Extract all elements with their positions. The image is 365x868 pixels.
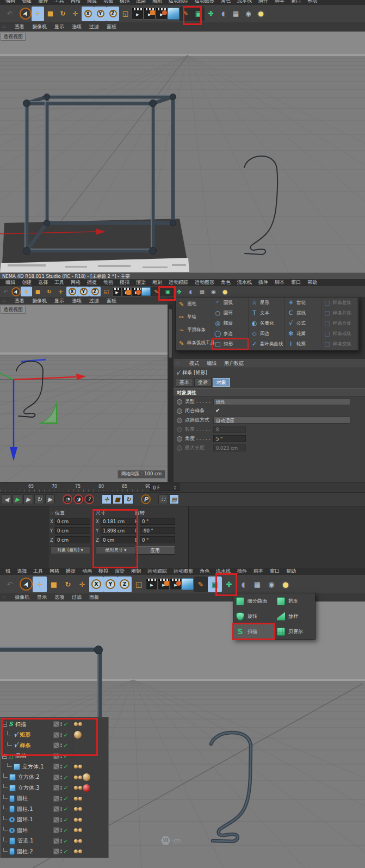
attributes-menu-item[interactable]: 模式	[185, 360, 203, 367]
tree-connector[interactable]	[7, 763, 12, 767]
size-value-field[interactable]: 0.181 cm	[101, 518, 136, 525]
material-tag[interactable]	[74, 828, 78, 832]
spline-menu-item[interactable]: ☆星形	[249, 297, 284, 308]
material-tags[interactable]	[72, 793, 108, 804]
menu-item[interactable]: 动画	[79, 568, 95, 575]
keyframe-radio-icon[interactable]	[177, 427, 182, 432]
tree-connector[interactable]	[3, 816, 8, 820]
spline-menu-item[interactable]: ◎螺旋	[212, 318, 248, 328]
spline-menu-item[interactable]: ✻花瓣	[285, 328, 321, 339]
floor-icon[interactable]: ▦	[196, 287, 208, 296]
object-manager-row[interactable]: 立方体.3 ✓	[1, 783, 108, 793]
position-value-field[interactable]: 0 cm	[55, 527, 90, 534]
current-frame-field[interactable]: ↕0 F	[150, 483, 180, 491]
viewport-menu-item[interactable]: 过滤	[85, 23, 103, 30]
menu-item[interactable]: 渲染	[133, 279, 149, 286]
viewport-menu-item[interactable]: 面板	[103, 23, 120, 30]
layer-tag-icon[interactable]	[53, 785, 59, 791]
enabled-check-icon[interactable]: ✓	[63, 827, 67, 833]
layer-tag-icon[interactable]	[53, 827, 59, 833]
visibility-dots[interactable]	[60, 850, 62, 853]
layer-tag-icon[interactable]	[53, 753, 59, 759]
layer-tag-icon[interactable]	[53, 774, 59, 780]
undo-icon[interactable]: ↶	[0, 287, 11, 296]
selection-tool-icon[interactable]: ➤	[20, 8, 32, 20]
coordinate-system-icon[interactable]: ◱	[101, 287, 112, 296]
render-picture-button[interactable]: ◑	[73, 494, 83, 504]
keyframe-radio-icon[interactable]	[177, 399, 182, 405]
material-tags[interactable]	[72, 772, 108, 783]
menu-item[interactable]: 雕刻	[149, 0, 165, 4]
menu-item[interactable]: 捕捉	[84, 0, 100, 4]
play-button[interactable]: ▶	[13, 494, 22, 504]
tree-connector[interactable]	[3, 773, 8, 778]
object-manager-row[interactable]: 矩形 ✓	[1, 730, 108, 741]
material-tags[interactable]	[72, 783, 108, 793]
visibility-dots[interactable]	[60, 776, 62, 779]
primitive-cube-icon[interactable]	[168, 8, 180, 20]
viewport-menu-item[interactable]: 摄像机	[28, 297, 51, 305]
object-manager-row[interactable]: 圆柱.1 ✓	[1, 804, 108, 815]
parent-mode-button[interactable]: P	[141, 494, 151, 504]
render-view-icon[interactable]: ▶	[146, 578, 158, 590]
material-tag[interactable]	[78, 786, 82, 790]
attribute-tab[interactable]: 对象	[213, 378, 230, 387]
menu-item[interactable]: 脚本	[271, 0, 288, 4]
spline-menu-item[interactable]: ◯多边	[212, 328, 248, 339]
material-tag[interactable]	[78, 839, 82, 843]
rotate-tool-icon[interactable]: ↻	[57, 7, 69, 21]
menu-item[interactable]: 脚本	[250, 568, 267, 575]
primitive-cube-icon[interactable]	[182, 578, 194, 590]
menu-item[interactable]: 运动跟踪	[165, 0, 191, 4]
viewport-scrollbar[interactable]	[168, 305, 173, 482]
render-settings-icon[interactable]: ▶	[170, 578, 182, 590]
y-axis-lock-icon[interactable]: Y	[78, 287, 89, 296]
attribute-value-field[interactable]: 5 °	[213, 435, 246, 442]
size-mode-dropdown[interactable]: 绝对尺寸 ▾	[96, 546, 136, 554]
size-value-field[interactable]: 0 cm	[101, 536, 136, 543]
material-tag[interactable]	[83, 773, 90, 781]
tree-connector[interactable]	[2, 722, 7, 727]
render-picture-icon[interactable]: ▶	[122, 287, 132, 296]
menu-item[interactable]: 窗口	[267, 568, 283, 575]
pen-spline-icon[interactable]: ✎	[194, 576, 208, 592]
x-axis-lock-icon[interactable]: X	[66, 287, 78, 296]
y-axis-lock-icon[interactable]: Y	[103, 576, 117, 592]
viewport-perspective-2[interactable]: 透视视图	[0, 305, 168, 482]
generator-menu-item[interactable]: 旋转	[233, 609, 274, 624]
menu-item[interactable]: 选择	[14, 568, 30, 575]
position-value-field[interactable]: 0 cm	[55, 536, 90, 543]
object-manager-row[interactable]: 立方体.1 ✓	[1, 761, 108, 772]
attribute-tab[interactable]: 坐标	[194, 378, 212, 387]
layer-tag-icon[interactable]	[53, 721, 59, 727]
spline-menu-item[interactable]: ◜圆弧	[212, 297, 248, 308]
scale-tool-icon[interactable]: ■	[32, 287, 44, 296]
camera-icon[interactable]: ◉	[242, 7, 255, 21]
material-tags[interactable]	[72, 836, 108, 847]
menu-item[interactable]: 创建	[18, 279, 35, 286]
material-tag[interactable]	[74, 765, 78, 768]
deformer-icon[interactable]: ◖	[185, 287, 196, 296]
enabled-check-icon[interactable]: ✓	[63, 796, 67, 802]
z-axis-lock-icon[interactable]: Z	[89, 287, 101, 296]
enabled-check-icon[interactable]: ✓	[63, 785, 67, 791]
object-manager-row[interactable]: 圆柱.2 ✓	[1, 846, 108, 857]
material-tag[interactable]	[78, 765, 82, 768]
viewport-menu-item[interactable]: 选项	[51, 594, 68, 601]
position-value-field[interactable]: 0 cm	[55, 518, 90, 525]
material-tag[interactable]	[74, 818, 78, 822]
grid-toggle-button[interactable]: ∷	[158, 494, 168, 504]
enabled-check-icon[interactable]: ✓	[63, 806, 67, 812]
render-view-button[interactable]: ◔	[63, 494, 72, 504]
attribute-value-field[interactable]: 线性	[213, 398, 350, 405]
menu-item[interactable]: 捕捉	[63, 568, 79, 575]
object-manager-row[interactable]: 圆环.1 ✓	[1, 815, 108, 826]
viewport-menu-item[interactable]: 面板	[103, 297, 120, 305]
menu-item[interactable]: 运动跟踪	[165, 279, 191, 286]
tree-connector[interactable]	[3, 805, 8, 810]
material-tags[interactable]	[72, 719, 108, 730]
menu-item[interactable]: 模拟	[95, 568, 112, 575]
visibility-dots[interactable]	[60, 765, 62, 768]
spline-menu-item[interactable]: ~平滑样条	[176, 324, 212, 337]
menu-item[interactable]: 帮助	[304, 0, 320, 4]
